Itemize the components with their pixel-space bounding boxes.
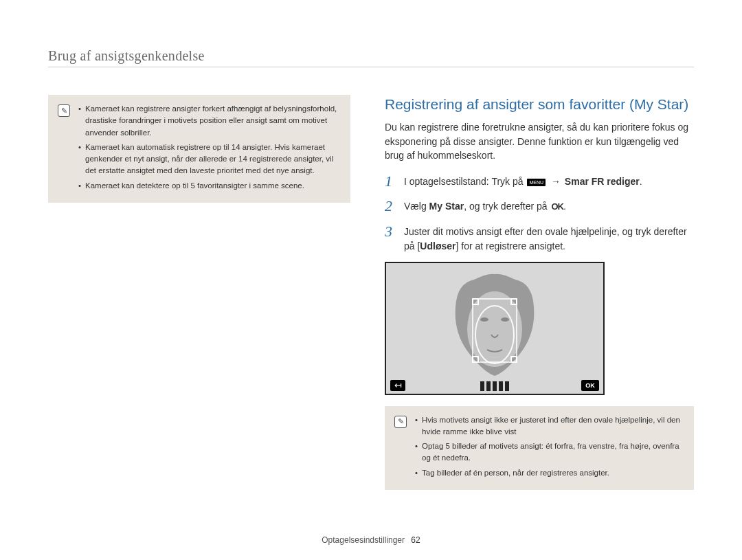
ok-icon: OK (551, 200, 563, 214)
camera-back-button[interactable]: ↤ (390, 380, 405, 391)
camera-ok-button[interactable]: OK (581, 380, 599, 391)
note-icon: ✎ (58, 104, 70, 117)
step-number: 3 (385, 223, 397, 254)
step-number: 2 (385, 198, 397, 214)
footer-page-number: 62 (411, 535, 420, 545)
intro-text: Du kan registrere dine foretrukne ansigt… (385, 120, 694, 162)
step-prefix: I optagelsestilstand: Tryk på (404, 176, 526, 187)
tick (486, 381, 491, 391)
page-title: Brug af ansigtsgenkendelse (48, 48, 694, 64)
footer-section: Optagelsesindstillinger (322, 535, 405, 545)
step-suffix: . (563, 201, 566, 212)
step-mid: , og tryk derefter på (464, 201, 550, 212)
tick (493, 381, 497, 391)
left-column: ✎ Kameraet kan registrere ansigter forke… (48, 95, 350, 490)
step-bold: My Star (429, 201, 464, 212)
note-content: Kameraet kan registrere ansigter forkert… (78, 103, 341, 194)
content-columns: ✎ Kameraet kan registrere ansigter forke… (48, 95, 694, 490)
step-text: Vælg My Star, og tryk derefter på OK. (404, 198, 566, 214)
face-illustration (436, 266, 553, 383)
step-2: 2 Vælg My Star, og tryk derefter på OK. (385, 198, 694, 214)
camera-preview: ↤ OK (385, 262, 605, 395)
shot-indicator (480, 381, 509, 391)
title-divider (48, 67, 694, 67)
step-3: 3 Juster dit motivs ansigt efter den ova… (385, 223, 694, 254)
step-suffix: . (640, 176, 642, 187)
step-bold: Smar FR rediger (565, 176, 640, 187)
step-suffix: ] for at registrere ansigtet. (456, 240, 565, 251)
arrow-icon: → (551, 176, 561, 187)
note-item: Kameraet kan automatisk registrere op ti… (78, 142, 341, 177)
step-number: 1 (385, 173, 397, 190)
step-text: Juster dit motivs ansigt efter den ovale… (404, 223, 694, 254)
page-footer: Optagelsesindstillinger 62 (0, 535, 742, 545)
note-icon: ✎ (394, 416, 407, 428)
tick (499, 381, 503, 391)
right-note-box: ✎ Hvis motivets ansigt ikke er justeret … (385, 406, 694, 490)
step-1: 1 I optagelsestilstand: Tryk på MENU → S… (385, 173, 694, 190)
menu-icon: MENU (527, 179, 546, 186)
tick (505, 381, 509, 391)
note-content: Hvis motivets ansigt ikke er justeret in… (415, 414, 684, 482)
svg-point-2 (480, 317, 488, 322)
right-column: Registrering af ansigter som favoritter … (385, 95, 694, 490)
note-item: Optag 5 billeder af motivets ansigt: ét … (415, 440, 684, 464)
left-note-box: ✎ Kameraet kan registrere ansigter forke… (48, 95, 350, 203)
section-heading: Registrering af ansigter som favoritter … (385, 95, 694, 113)
tick (480, 381, 484, 391)
step-bold: Udløser (420, 240, 456, 251)
note-item: Kameraet kan detektere op til 5 favorita… (78, 180, 341, 192)
note-item: Hvis motivets ansigt ikke er justeret in… (415, 414, 684, 438)
step-text: I optagelsestilstand: Tryk på MENU → Sma… (404, 173, 642, 190)
note-item: Tag billeder af én person, når der regis… (415, 467, 684, 479)
note-item: Kameraet kan registrere ansigter forkert… (78, 103, 341, 139)
svg-point-3 (501, 317, 509, 322)
step-prefix: Vælg (404, 201, 429, 212)
